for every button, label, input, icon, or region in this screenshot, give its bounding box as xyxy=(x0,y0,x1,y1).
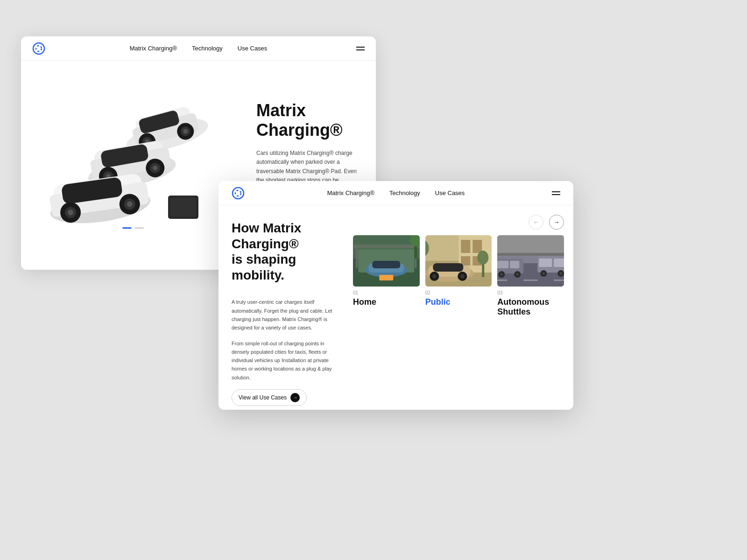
back-nav-technology[interactable]: Technology xyxy=(192,45,223,52)
use-case-card-autonomous: 03 Autonomous Shuttles xyxy=(497,235,564,317)
svg-rect-53 xyxy=(461,256,470,266)
front-nav-brand[interactable]: Matrix Charging® xyxy=(327,189,374,196)
svg-point-76 xyxy=(516,273,519,276)
svg-rect-52 xyxy=(472,240,482,253)
svg-rect-85 xyxy=(524,280,538,281)
carousel-nav: ← → xyxy=(529,215,564,230)
back-nav-links: Matrix Charging® Technology Use Cases xyxy=(130,45,268,52)
front-nav-links: Matrix Charging® Technology Use Cases xyxy=(327,189,465,196)
svg-rect-68 xyxy=(497,235,564,254)
cars-svg xyxy=(44,91,222,231)
front-right-col: ← → xyxy=(349,205,573,410)
pagination-dots xyxy=(122,227,144,229)
svg-point-61 xyxy=(460,274,465,279)
prev-arrow-icon: ← xyxy=(533,218,539,226)
use-case-img-public xyxy=(425,235,492,287)
hero-title: Matrix Charging® xyxy=(256,101,361,140)
svg-point-1 xyxy=(36,46,42,51)
car-section xyxy=(21,61,245,270)
front-nav: Matrix Charging® Technology Use Cases xyxy=(218,181,573,205)
card-num-02: 02 xyxy=(425,290,492,295)
card-num-03: 03 xyxy=(497,290,564,295)
front-window: Matrix Charging® Technology Use Cases Ho… xyxy=(218,181,573,410)
svg-point-83 xyxy=(560,272,563,275)
svg-point-81 xyxy=(543,272,545,275)
svg-rect-45 xyxy=(379,275,393,280)
svg-point-65 xyxy=(477,251,488,265)
section-desc1: A truly user-centric car charges itself … xyxy=(232,298,336,332)
front-left-col: How Matrix Charging® is shaping mobility… xyxy=(218,205,349,410)
svg-rect-79 xyxy=(554,259,564,267)
card-label-public: Public xyxy=(425,297,492,307)
card-num-01: 01 xyxy=(353,290,420,295)
front-nav-technology[interactable]: Technology xyxy=(389,189,420,196)
front-main-content: How Matrix Charging® is shaping mobility… xyxy=(218,205,573,410)
back-nav-brand[interactable]: Matrix Charging® xyxy=(130,45,177,52)
svg-rect-33 xyxy=(170,198,196,217)
svg-rect-40 xyxy=(356,245,358,268)
use-case-img-autonomous xyxy=(497,235,564,287)
section-desc2: From simple roll-out of charging points … xyxy=(232,339,336,382)
back-nav: Matrix Charging® Technology Use Cases xyxy=(21,36,376,61)
carousel-prev-button[interactable]: ← xyxy=(529,215,543,230)
carousel-next-button[interactable]: → xyxy=(549,215,564,230)
use-case-img-home xyxy=(353,235,420,287)
dot-active xyxy=(122,227,132,229)
use-cases-grid: 01 Home xyxy=(353,235,564,317)
view-all-arrow-icon: → xyxy=(290,393,300,402)
use-case-card-public: 02 Public xyxy=(425,235,492,317)
svg-rect-78 xyxy=(539,259,552,267)
svg-point-59 xyxy=(432,274,437,279)
back-logo-icon xyxy=(32,42,45,55)
front-hamburger[interactable] xyxy=(552,191,560,195)
svg-rect-86 xyxy=(554,280,564,281)
view-all-button[interactable]: View all Use Cases → xyxy=(232,389,307,406)
svg-rect-69 xyxy=(497,253,564,256)
svg-rect-84 xyxy=(497,280,507,281)
svg-rect-57 xyxy=(433,263,463,272)
svg-point-74 xyxy=(500,273,503,276)
svg-rect-39 xyxy=(353,245,419,248)
use-case-card-home: 01 Home xyxy=(353,235,420,317)
front-nav-usecases[interactable]: Use Cases xyxy=(435,189,465,196)
back-nav-usecases[interactable]: Use Cases xyxy=(238,45,268,52)
svg-point-0 xyxy=(33,43,44,54)
svg-rect-51 xyxy=(461,240,470,253)
card-label-home: Home xyxy=(353,297,420,307)
card-label-autonomous: Autonomous Shuttles xyxy=(497,297,564,317)
svg-rect-44 xyxy=(372,261,400,268)
svg-point-34 xyxy=(233,188,244,199)
section-title: How Matrix Charging® is shaping mobility… xyxy=(232,220,336,283)
svg-rect-72 xyxy=(510,261,520,268)
dot-inactive xyxy=(134,227,144,229)
svg-point-35 xyxy=(235,190,241,196)
back-hamburger[interactable] xyxy=(356,47,365,50)
front-logo-icon xyxy=(232,187,245,200)
next-arrow-icon: → xyxy=(553,218,560,226)
svg-rect-71 xyxy=(497,261,508,268)
